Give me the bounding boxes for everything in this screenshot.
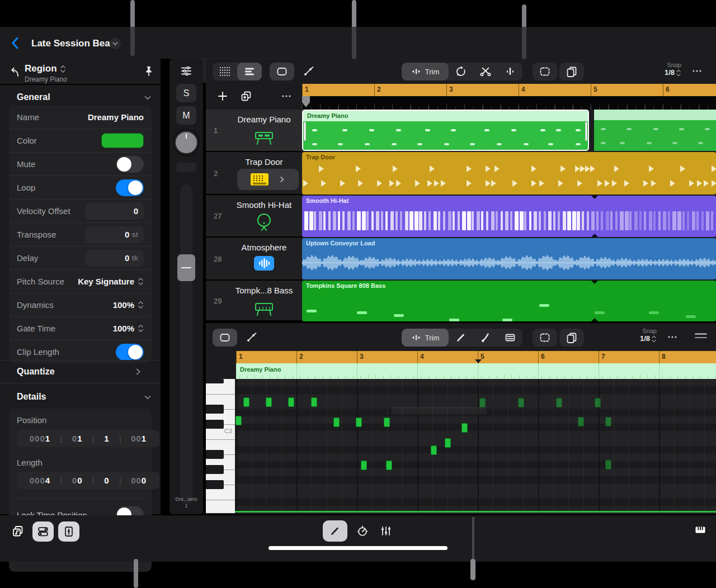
digit-group[interactable]: 1 xyxy=(104,434,109,443)
black-key[interactable] xyxy=(206,405,224,414)
details-collapse-icon[interactable] xyxy=(142,392,153,403)
view-grid-button[interactable] xyxy=(213,63,237,80)
pr-copy-button[interactable] xyxy=(559,329,584,347)
inspector-row-delay[interactable]: Delay0tk xyxy=(9,246,152,270)
region-trap-door[interactable]: Trap Door xyxy=(302,152,716,195)
midi-note[interactable] xyxy=(431,445,437,455)
project-title[interactable]: Late Session Beat xyxy=(31,38,113,49)
velocity-dial-icon[interactable] xyxy=(356,524,369,538)
join-tool-button[interactable] xyxy=(498,63,522,80)
midi-note[interactable] xyxy=(361,461,367,470)
midi-note[interactable] xyxy=(461,423,468,433)
track-list-more-button[interactable] xyxy=(280,89,293,103)
midi-note[interactable] xyxy=(311,397,317,407)
browser-icon[interactable] xyxy=(10,523,26,539)
midi-note[interactable] xyxy=(386,461,392,470)
marquee-button[interactable] xyxy=(533,63,557,80)
position-field[interactable]: 0001|01|1|001 xyxy=(17,430,159,447)
disclosure-chevron-icon[interactable] xyxy=(277,174,287,184)
midi-note[interactable] xyxy=(595,398,601,407)
region-smooth-hi-hat[interactable]: Smooth Hi-Hat xyxy=(302,196,716,237)
digit-group[interactable]: 00 xyxy=(72,476,83,485)
timeline-ruler[interactable]: 123456 xyxy=(302,84,716,96)
region-handle-left[interactable] xyxy=(304,122,306,141)
midi-note[interactable] xyxy=(578,417,584,426)
general-section-header[interactable]: General xyxy=(17,92,50,102)
solo-button[interactable]: S xyxy=(176,84,196,102)
home-indicator[interactable] xyxy=(268,546,447,550)
volume-fader-track[interactable] xyxy=(180,184,192,504)
inspector-row-dynamics[interactable]: Dynamics100% xyxy=(9,293,152,317)
trim-tool-button[interactable]: Trim xyxy=(402,63,449,80)
edit-pencil-button[interactable] xyxy=(323,520,347,542)
length-field[interactable]: 0004|00|0|000 xyxy=(17,472,159,489)
inspector-row-color[interactable]: Color xyxy=(9,129,152,153)
midi-note[interactable] xyxy=(356,418,362,427)
midi-note[interactable] xyxy=(384,418,390,427)
channel-strip-button[interactable] xyxy=(58,521,79,542)
details-section-header[interactable]: Details xyxy=(17,392,46,402)
region-dreamy-piano-loop[interactable] xyxy=(594,110,716,151)
split-tool-button[interactable] xyxy=(473,63,498,80)
general-collapse-icon[interactable] xyxy=(142,92,153,103)
track-header-smooth-hi-hat[interactable]: 27Smooth Hi-Hat xyxy=(206,195,302,238)
midi-note[interactable] xyxy=(605,417,611,426)
inspector-row-gate-time[interactable]: Gate Time100% xyxy=(9,317,152,340)
mixer-faders-icon[interactable] xyxy=(379,524,393,538)
mute-button[interactable]: M xyxy=(176,106,196,125)
volume-fader-handle[interactable] xyxy=(177,254,195,281)
midi-note[interactable] xyxy=(518,398,524,407)
region-atmosphere[interactable]: Uptown Conveyor Load xyxy=(302,238,716,279)
track-header-tompk-8-bass[interactable]: 29Tompk...8 Bass xyxy=(206,281,302,321)
pr-resize-handle[interactable] xyxy=(695,333,707,338)
track-header-atmosphere[interactable]: 28Atmosphere xyxy=(206,238,302,281)
black-key[interactable] xyxy=(206,450,224,459)
view-tracks-button[interactable] xyxy=(237,63,262,80)
mixer-icon[interactable] xyxy=(180,65,193,77)
inspector-row-velocity-offset[interactable]: Velocity Offset0 xyxy=(9,200,152,223)
midi-note[interactable] xyxy=(556,398,562,407)
stepper-control[interactable]: 100% xyxy=(113,324,144,333)
black-key[interactable] xyxy=(206,480,224,489)
pin-icon[interactable] xyxy=(142,64,156,78)
pr-more-button[interactable] xyxy=(666,330,679,344)
region-dreamy-piano[interactable]: Dreamy Piano xyxy=(302,110,589,151)
value-field[interactable]: 0tk xyxy=(86,250,144,267)
pr-ruler[interactable]: 12345678 xyxy=(236,351,716,363)
digit-group[interactable]: 0001 xyxy=(30,434,50,443)
inspector-back-icon[interactable] xyxy=(8,65,21,79)
value-field[interactable]: 0st xyxy=(86,226,144,243)
pr-piano-keys[interactable]: C3 xyxy=(206,379,235,513)
midi-note[interactable] xyxy=(333,418,340,427)
loop-tool-button[interactable] xyxy=(449,63,473,80)
quantize-row[interactable]: Quantize xyxy=(0,360,161,383)
pr-automation-button[interactable] xyxy=(239,329,264,347)
smart-controls-button[interactable] xyxy=(32,521,54,542)
pr-trim-tool-button[interactable]: Trim xyxy=(402,329,449,347)
midi-note[interactable] xyxy=(445,438,451,448)
digit-group[interactable]: 001 xyxy=(131,434,147,443)
toggle-clip-length[interactable] xyxy=(116,344,144,361)
digit-group[interactable]: 01 xyxy=(72,434,83,443)
midi-note[interactable] xyxy=(288,397,294,407)
pr-region-strip[interactable]: Dreamy Piano xyxy=(236,363,716,379)
black-key[interactable] xyxy=(206,465,224,474)
color-swatch[interactable] xyxy=(101,133,144,148)
midi-note[interactable] xyxy=(243,397,249,407)
back-icon[interactable] xyxy=(9,36,22,50)
pr-note-grid[interactable] xyxy=(235,379,716,513)
tool-region-select-button[interactable] xyxy=(270,63,294,80)
keyboard-icon[interactable] xyxy=(693,523,708,537)
inspector-row-transpose[interactable]: Transpose0st xyxy=(9,223,152,246)
pr-velocity-tool-button[interactable] xyxy=(498,329,522,347)
pr-brush-tool-button[interactable] xyxy=(473,329,498,347)
value-field[interactable]: 0 xyxy=(86,203,144,220)
tracks-more-button[interactable] xyxy=(690,64,704,78)
midi-note[interactable] xyxy=(266,397,272,407)
digit-group[interactable]: 000 xyxy=(131,476,147,485)
track-disclosure-pill[interactable] xyxy=(237,169,299,190)
pan-knob[interactable] xyxy=(174,130,199,155)
snap-control[interactable]: Snap 1/8 xyxy=(648,61,681,77)
toggle-loop[interactable] xyxy=(116,179,144,196)
copy-button[interactable] xyxy=(559,63,584,80)
